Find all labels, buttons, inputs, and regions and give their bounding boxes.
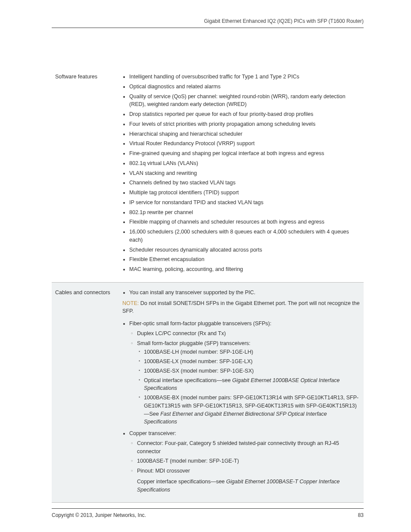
footer-page-number: 83 — [358, 511, 364, 519]
label-cables: Cables and connectors — [55, 289, 120, 496]
sfp-optical: Optical interface specifications—see Gig… — [144, 376, 360, 393]
fiber-item: Fiber-optic small form-factor pluggable … — [129, 320, 360, 426]
sw-item: Quality of service (QoS) per channel: we… — [129, 93, 360, 109]
sw-item: Fine-grained queuing and shaping per log… — [129, 149, 360, 158]
sw-item: Optical diagnostics and related alarms — [129, 83, 360, 91]
sw-item: Scheduler resources dynamically allocate… — [129, 246, 360, 254]
sw-item: Channels defined by two stacked VLAN tag… — [129, 179, 360, 187]
fiber-sfp-header: Small form-factor pluggable (SFP) transc… — [137, 339, 360, 426]
sw-item: IP service for nonstandard TPID and stac… — [129, 199, 360, 207]
content-software: Intelligent handling of oversubscribed t… — [120, 73, 360, 275]
content-cables: You can install any transceiver supporte… — [120, 289, 360, 496]
sw-item: Hierarchical shaping and hierarchical sc… — [129, 130, 360, 138]
note-label: NOTE: — [122, 300, 139, 306]
copper-pinout: Pinout: MDI crossover — [137, 467, 360, 475]
label-software: Software features — [55, 73, 120, 275]
sw-item: Intelligent handling of oversubscribed t… — [129, 73, 360, 81]
sfp-lh: 1000BASE-LH (model number: SFP-1GE-LH) — [144, 348, 360, 356]
note-text: Do not install SONET/SDH SFPs in the Gig… — [122, 300, 360, 314]
sw-item: 802.1p rewrite per channel — [129, 208, 360, 217]
sw-item: MAC learning, policing, accounting, and … — [129, 265, 360, 274]
cables-first-item: You can install any transceiver supporte… — [129, 289, 360, 297]
sfp-sx: 1000BASE-SX (model number: SFP-1GE-SX) — [144, 367, 360, 375]
sw-item: Virtual Router Redundancy Protocol (VRRP… — [129, 140, 360, 148]
cables-note: NOTE: Do not install SONET/SDH SFPs in t… — [122, 299, 360, 316]
sw-item: VLAN stacking and rewriting — [129, 169, 360, 177]
footer-copyright: Copyright © 2013, Juniper Networks, Inc. — [52, 511, 146, 519]
copper-spec: Copper interface specifications—see Giga… — [129, 478, 360, 494]
page-header: Gigabit Ethernet Enhanced IQ2 (IQ2E) PIC… — [52, 17, 364, 28]
sw-item: 16,000 schedulers (2,000 schedulers with… — [129, 228, 360, 244]
row-software-features: Software features Intelligent handling o… — [52, 67, 364, 283]
sfp-lx: 1000BASE-LX (model number: SFP-1GE-LX) — [144, 358, 360, 366]
fiber-duplex: Duplex LC/PC connector (Rx and Tx) — [137, 330, 360, 338]
copper-text: Copper transceiver: — [129, 430, 176, 436]
copper-item: Copper transceiver: Connector: Four-pair… — [129, 429, 360, 494]
sw-item: Drop statistics reported per queue for e… — [129, 110, 360, 118]
row-cables-connectors: Cables and connectors You can install an… — [52, 283, 364, 503]
page-footer: Copyright © 2013, Juniper Networks, Inc.… — [52, 508, 364, 519]
sfp-bx: 1000BASE-BX (model number pairs: SFP-GE1… — [144, 394, 360, 426]
fiber-text: Fiber-optic small form-factor pluggable … — [129, 320, 271, 327]
sw-item: Multiple tag protocol identifiers (TPID)… — [129, 189, 360, 197]
sw-item: Four levels of strict priorities with pr… — [129, 120, 360, 128]
header-title: Gigabit Ethernet Enhanced IQ2 (IQ2E) PIC… — [204, 18, 364, 24]
copper-connector: Connector: Four-pair, Category 5 shielde… — [137, 439, 360, 456]
sw-item: Flexible mapping of channels and schedul… — [129, 218, 360, 226]
copper-bt: 1000BASE-T (model number: SFP-1GE-T) — [137, 457, 360, 465]
sw-item: Flexible Ethernet encapsulation — [129, 255, 360, 264]
sw-item: 802.1q virtual LANs (VLANs) — [129, 159, 360, 168]
